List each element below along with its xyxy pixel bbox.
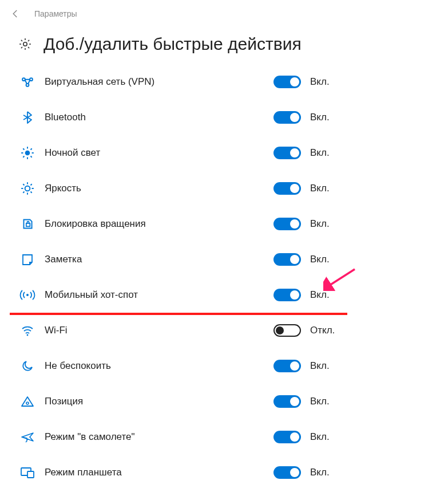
setting-control: Вкл.	[273, 76, 330, 88]
setting-label: Bluetooth	[45, 112, 86, 123]
toggle-state-label: Вкл.	[310, 396, 330, 407]
brightness-icon	[17, 181, 38, 196]
toggle-brightness[interactable]	[273, 182, 301, 195]
toggle-state-label: Вкл.	[310, 218, 330, 230]
toggle-vpn[interactable]	[273, 76, 301, 88]
toggle-location[interactable]	[273, 395, 301, 408]
setting-control: Вкл.	[273, 253, 330, 266]
setting-label: Ночной свет	[45, 147, 100, 159]
vpn-icon	[17, 74, 38, 89]
svg-point-3	[26, 84, 29, 86]
toggle-airplane[interactable]	[273, 431, 301, 443]
toggle-state-label: Вкл.	[310, 289, 330, 301]
toggle-state-label: Вкл.	[310, 147, 330, 159]
setting-row-wifi: Wi-FiОткл.	[17, 313, 431, 348]
setting-control: Вкл.	[273, 431, 330, 443]
setting-label: Блокировка вращения	[45, 218, 146, 230]
toggle-bluetooth[interactable]	[273, 111, 301, 124]
toggle-state-label: Вкл.	[310, 112, 330, 123]
setting-row-bluetooth: BluetoothВкл.	[17, 100, 431, 135]
setting-label: Виртуальная сеть (VPN)	[45, 76, 154, 88]
svg-point-8	[27, 334, 29, 336]
toggle-state-label: Вкл.	[310, 360, 330, 372]
toggle-dnd[interactable]	[273, 360, 301, 372]
setting-label: Позиция	[45, 396, 83, 407]
toggle-hotspot[interactable]	[273, 289, 301, 301]
setting-row-brightness: ЯркостьВкл.	[17, 171, 431, 206]
setting-row-airplane: Режим "в самолете"Вкл.	[17, 419, 431, 455]
airplane-icon	[17, 430, 38, 444]
svg-rect-6	[26, 223, 30, 226]
toggle-state-label: Вкл.	[310, 183, 330, 194]
setting-control: Вкл.	[273, 182, 330, 195]
setting-label: Мобильный хот-спот	[45, 289, 138, 301]
nightlight-icon	[17, 145, 38, 160]
setting-row-rotlock: Блокировка вращенияВкл.	[17, 206, 431, 242]
setting-row-note: ЗаметкаВкл.	[17, 242, 431, 277]
setting-row-vpn: Виртуальная сеть (VPN)Вкл.	[17, 64, 431, 100]
location-icon	[17, 395, 38, 408]
setting-control: Вкл.	[273, 289, 330, 301]
settings-list: Виртуальная сеть (VPN)Вкл.BluetoothВкл.Н…	[17, 64, 431, 490]
rotlock-icon	[17, 217, 38, 231]
page-title: Доб./удалить быстрые действия	[43, 34, 302, 54]
setting-label: Заметка	[45, 254, 82, 265]
header-bar: Параметры	[0, 0, 448, 27]
setting-row-dnd: Не беспокоитьВкл.	[17, 348, 431, 384]
bluetooth-icon	[17, 111, 38, 124]
toggle-nightlight[interactable]	[273, 147, 301, 159]
dnd-icon	[17, 359, 38, 373]
toggle-wifi[interactable]	[273, 324, 301, 337]
setting-label: Wi-Fi	[45, 325, 68, 336]
toggle-state-label: Вкл.	[310, 254, 330, 265]
toggle-rotlock[interactable]	[273, 218, 301, 230]
note-icon	[17, 253, 38, 266]
toggle-state-label: Откл.	[310, 325, 335, 336]
setting-row-hotspot: Мобильный хот-спотВкл.	[17, 277, 431, 313]
svg-point-9	[26, 402, 29, 404]
setting-label: Режим "в самолете"	[45, 431, 135, 443]
setting-row-nightlight: Ночной светВкл.	[17, 135, 431, 171]
setting-label: Режим планшета	[45, 467, 122, 478]
back-icon[interactable]	[10, 9, 21, 19]
gear-icon	[17, 37, 33, 51]
svg-point-0	[23, 42, 27, 46]
setting-control: Вкл.	[273, 218, 330, 230]
setting-label: Не беспокоить	[45, 360, 111, 372]
toggle-tablet[interactable]	[273, 466, 301, 479]
toggle-state-label: Вкл.	[310, 431, 330, 443]
svg-point-7	[26, 294, 29, 296]
setting-control: Откл.	[273, 324, 335, 337]
setting-row-tablet: Режим планшетаВкл.	[17, 455, 431, 490]
hotspot-icon	[17, 288, 38, 302]
breadcrumb[interactable]: Параметры	[34, 9, 77, 18]
svg-rect-11	[27, 471, 34, 478]
setting-row-location: ПозицияВкл.	[17, 384, 431, 419]
setting-label: Яркость	[45, 183, 81, 194]
tablet-icon	[17, 466, 38, 479]
svg-point-4	[25, 151, 30, 156]
page-title-row: Доб./удалить быстрые действия	[17, 34, 431, 54]
setting-control: Вкл.	[273, 111, 330, 124]
setting-control: Вкл.	[273, 466, 330, 479]
toggle-state-label: Вкл.	[310, 467, 330, 478]
setting-control: Вкл.	[273, 395, 330, 408]
setting-control: Вкл.	[273, 147, 330, 159]
toggle-state-label: Вкл.	[310, 76, 330, 88]
svg-point-5	[25, 186, 30, 191]
toggle-note[interactable]	[273, 253, 301, 266]
wifi-icon	[17, 324, 38, 337]
setting-control: Вкл.	[273, 360, 330, 372]
